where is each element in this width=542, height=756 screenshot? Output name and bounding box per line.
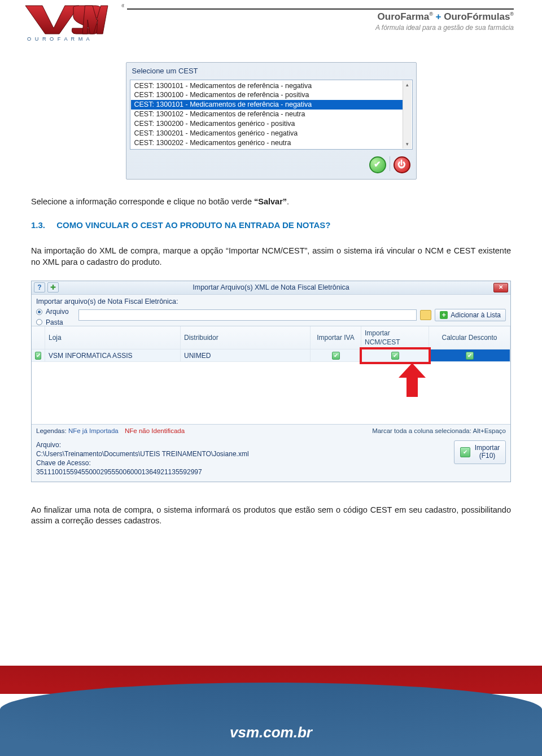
import-button[interactable]: ✔ Importar (F10) <box>454 440 506 464</box>
legend-row: Legendas: NFe já Importada NFe não Ident… <box>32 424 510 438</box>
key-label: Chave de Acesso: <box>36 458 249 467</box>
col-loja[interactable]: Loja <box>45 326 181 349</box>
row-checkbox[interactable]: ✔ <box>35 352 41 360</box>
cest-list-item[interactable]: CEST: 1300101 - Medicamentos de referênc… <box>131 81 412 91</box>
cell-loja: VSM INFORMATICA ASSIS <box>45 349 181 361</box>
col-dist[interactable]: Distribuidor <box>181 326 311 349</box>
file-path: C:\Users\Treinamento\Documents\UTEIS TRE… <box>36 449 249 458</box>
desc-checkbox[interactable]: ✔ <box>466 352 474 360</box>
cest-list-item[interactable]: CEST: 1300102 - Medicamentos de referênc… <box>131 110 412 119</box>
header-divider <box>127 8 514 10</box>
grid-row[interactable]: ✔ VSM INFORMATICA ASSIS UNIMED ✔ ✔ ✔ <box>32 349 510 362</box>
header-brand: OuroFarma® + OuroFórmulas® A fórmula ide… <box>375 11 514 32</box>
cancel-button[interactable]: ⏻ <box>394 156 410 173</box>
key-value: 3511100155945500029555006000136492113559… <box>36 467 249 477</box>
brand-plus: + <box>436 11 444 22</box>
arrow-icon <box>399 363 426 397</box>
footer-blue-band <box>0 683 542 756</box>
col-desc[interactable]: Calcular Desconto <box>429 326 510 349</box>
footer-url: vsm.com.br <box>0 724 542 741</box>
legend-hint: Marcar toda a coluna selecionada: Alt+Es… <box>372 427 506 436</box>
cest-list-item[interactable]: CEST: 1300200 - Medicamentos genérico - … <box>131 119 412 129</box>
dialog-titlebar: ? ✚ Importar Arquivo(s) XML de Nota Fisc… <box>32 281 510 295</box>
radio-icon <box>36 319 42 325</box>
legend-unknown: NFe não Identificada <box>125 427 185 434</box>
cest-dialog-title: Selecione um CEST <box>126 63 416 80</box>
col-ncm[interactable]: Importar NCM/CEST <box>361 326 429 349</box>
paragraph-2: Na importação do XML de compra, marque a… <box>31 246 511 268</box>
import-bottom: Arquivo: C:\Users\Treinamento\Documents\… <box>32 438 510 482</box>
grid-header-row: Loja Distribuidor Importar IVA Importar … <box>32 326 510 349</box>
page-header: ® O U R O F A R M A OuroFarma® + OuroFór… <box>0 0 542 45</box>
col-iva[interactable]: Importar IVA <box>311 326 361 349</box>
legend-imported: NFe já Importada <box>68 427 119 434</box>
scrollbar[interactable]: ▴ ▾ <box>403 81 412 148</box>
heading-number: 1.3. <box>31 220 45 230</box>
logo-subtext: O U R O F A R M A <box>27 36 91 42</box>
cell-dist: UNIMED <box>181 349 311 361</box>
page-footer: vsm.com.br <box>0 666 542 756</box>
import-main-label: Importar arquivo(s) de Nota Fiscal Eletr… <box>36 297 506 307</box>
cest-list-item[interactable]: CEST: 1300101 - Medicamentos de referênc… <box>131 100 412 110</box>
svg-marker-1 <box>399 363 426 397</box>
section-heading: 1.3. COMO VINCULAR O CEST AO PRODUTO NA … <box>31 220 511 231</box>
folder-icon[interactable] <box>420 310 431 320</box>
dialog-title: Importar Arquivo(s) XML de Nota Fiscal E… <box>32 283 510 292</box>
ncm-checkbox[interactable]: ✔ <box>391 352 399 360</box>
scroll-down-icon[interactable]: ▾ <box>403 139 412 148</box>
cest-dialog: Selecione um CEST CEST: 1300101 - Medica… <box>126 62 417 180</box>
add-to-list-button[interactable]: + Adicionar à Lista <box>435 309 506 321</box>
save-button[interactable]: ✔ <box>369 156 386 173</box>
scroll-up-icon[interactable]: ▴ <box>403 81 412 90</box>
cest-list-item[interactable]: CEST: 1300201 - Medicamentos genérico - … <box>131 129 412 138</box>
heading-text: COMO VINCULAR O CEST AO PRODUTO NA ENTRA… <box>56 220 330 230</box>
brand-b: OuroFórmulas <box>444 11 510 22</box>
check-icon: ✔ <box>460 447 470 457</box>
cest-list-item[interactable]: CEST: 1300202 - Medicamentos genérico - … <box>131 138 412 148</box>
close-icon[interactable]: ✕ <box>493 283 508 292</box>
brand-a: OuroFarma <box>378 11 430 22</box>
file-path-input[interactable] <box>78 309 417 321</box>
grid-empty-area <box>32 362 510 424</box>
vsm-logo: ® O U R O F A R M A <box>23 3 124 42</box>
cest-list-item[interactable]: CEST: 1300100 - Medicamentos de referênc… <box>131 90 412 100</box>
brand-tagline: A fórmula ideal para a gestão de sua far… <box>375 24 514 32</box>
col-check <box>32 326 45 349</box>
plus-icon: + <box>440 311 448 319</box>
import-grid: Loja Distribuidor Importar IVA Importar … <box>32 326 510 424</box>
cest-listbox[interactable]: CEST: 1300101 - Medicamentos de referênc… <box>130 80 413 150</box>
file-info: Arquivo: C:\Users\Treinamento\Documents\… <box>36 440 249 477</box>
paragraph-3: Ao finalizar uma nota de compra, o siste… <box>31 505 511 527</box>
radio-icon <box>36 309 42 315</box>
page-content: Selecione um CEST CEST: 1300101 - Medica… <box>0 45 542 527</box>
legend-label: Legendas: <box>36 427 67 434</box>
paragraph-1: Selecione a informação corresponde e cli… <box>31 196 511 208</box>
import-xml-dialog: ? ✚ Importar Arquivo(s) XML de Nota Fisc… <box>31 281 511 482</box>
iva-checkbox[interactable]: ✔ <box>332 352 340 360</box>
svg-text:®: ® <box>121 3 124 8</box>
button-separator <box>390 156 390 171</box>
file-label: Arquivo: <box>36 440 249 449</box>
